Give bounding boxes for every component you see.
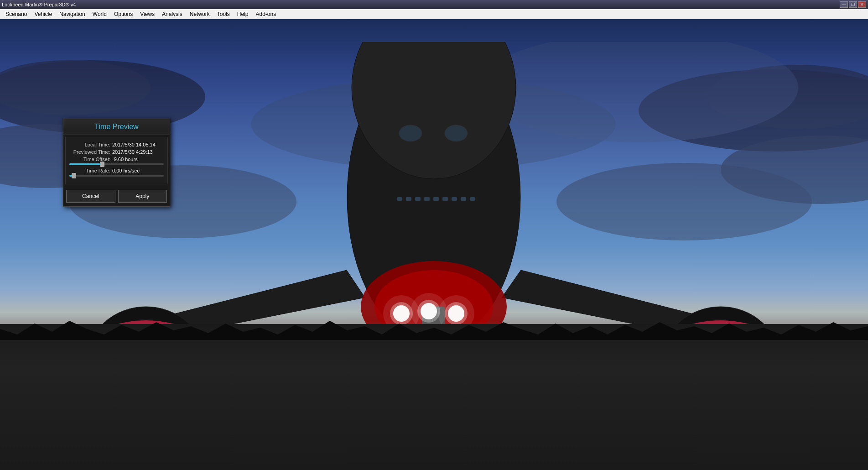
apply-button[interactable]: Apply bbox=[118, 190, 167, 203]
time-rate-value: 0.00 hrs/sec bbox=[112, 168, 140, 173]
svg-point-13 bbox=[445, 125, 468, 141]
svg-rect-53 bbox=[433, 197, 439, 201]
menu-views[interactable]: Views bbox=[136, 10, 158, 18]
time-offset-row: Time Offset: -9.60 hours bbox=[69, 157, 164, 162]
menu-network[interactable]: Network bbox=[186, 10, 213, 18]
time-preview-dialog: Time Preview Local Time: 2017/5/30 14:05… bbox=[63, 119, 170, 207]
previewed-time-row: Previewed Time: 2017/5/30 4:29:13 bbox=[69, 149, 164, 155]
previewed-time-label: Previewed Time: bbox=[69, 149, 110, 155]
svg-point-8 bbox=[556, 163, 812, 240]
title-bar: Lockheed Martin® Prepar3D® v4 — ❐ ✕ bbox=[0, 0, 868, 9]
time-offset-slider-fill bbox=[69, 163, 102, 165]
menu-options[interactable]: Options bbox=[110, 10, 136, 18]
menu-vehicle[interactable]: Vehicle bbox=[31, 10, 56, 18]
time-offset-slider-thumb[interactable] bbox=[100, 162, 104, 167]
time-rate-slider-track[interactable] bbox=[69, 175, 164, 177]
menu-bar: Scenario Vehicle Navigation World Option… bbox=[0, 9, 868, 19]
app-title: Lockheed Martin® Prepar3D® v4 bbox=[2, 2, 76, 7]
time-rate-slider-thumb[interactable] bbox=[72, 173, 76, 178]
menu-world[interactable]: World bbox=[89, 10, 110, 18]
time-rate-row: Time Rate: 0.00 hrs/sec bbox=[69, 168, 164, 173]
time-offset-label: Time Offset: bbox=[69, 157, 110, 162]
local-time-value: 2017/5/30 14:05:14 bbox=[112, 142, 156, 147]
local-time-row: Local Time: 2017/5/30 14:05:14 bbox=[69, 142, 164, 147]
local-time-label: Local Time: bbox=[69, 142, 110, 147]
ground bbox=[0, 324, 868, 470]
menu-navigation[interactable]: Navigation bbox=[56, 10, 89, 18]
restore-button[interactable]: ❐ bbox=[849, 1, 857, 8]
dialog-title: Time Preview bbox=[94, 123, 138, 131]
time-offset-value: -9.60 hours bbox=[112, 157, 138, 162]
minimize-button[interactable]: — bbox=[840, 1, 848, 8]
previewed-time-value: 2017/5/30 4:29:13 bbox=[112, 149, 153, 155]
cancel-button[interactable]: Cancel bbox=[66, 190, 115, 203]
menu-help[interactable]: Help bbox=[234, 10, 252, 18]
menu-addons[interactable]: Add-ons bbox=[252, 10, 280, 18]
svg-rect-50 bbox=[406, 197, 411, 201]
close-button[interactable]: ✕ bbox=[858, 1, 866, 8]
window-controls: — ❐ ✕ bbox=[840, 1, 866, 8]
svg-rect-51 bbox=[415, 197, 421, 201]
svg-rect-49 bbox=[397, 197, 402, 201]
dialog-buttons: Cancel Apply bbox=[63, 186, 170, 206]
menu-analysis[interactable]: Analysis bbox=[158, 10, 186, 18]
dialog-content: Local Time: 2017/5/30 14:05:14 Previewed… bbox=[65, 137, 168, 184]
time-offset-slider-track[interactable] bbox=[69, 163, 164, 165]
svg-rect-54 bbox=[442, 197, 448, 201]
svg-rect-55 bbox=[452, 197, 457, 201]
svg-rect-57 bbox=[470, 197, 475, 201]
dialog-title-bar: Time Preview bbox=[63, 119, 170, 135]
svg-point-12 bbox=[399, 125, 422, 141]
menu-tools[interactable]: Tools bbox=[213, 10, 234, 18]
svg-rect-52 bbox=[424, 197, 430, 201]
main-scene: Time Preview Local Time: 2017/5/30 14:05… bbox=[0, 19, 868, 470]
menu-scenario[interactable]: Scenario bbox=[2, 10, 31, 18]
svg-rect-56 bbox=[461, 197, 466, 201]
